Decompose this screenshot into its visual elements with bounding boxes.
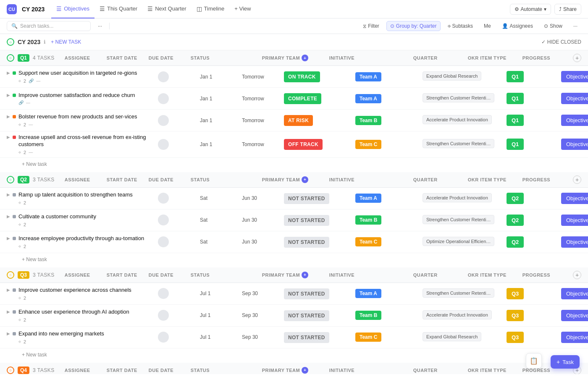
add-task-fab[interactable]: + Task bbox=[551, 355, 580, 369]
initiative-badge[interactable]: Accelerate Product Innovation bbox=[423, 310, 492, 319]
status-badge[interactable]: NOT STARTED bbox=[284, 332, 329, 343]
year-info-icon[interactable]: ℹ bbox=[44, 39, 46, 45]
more-icon[interactable]: — bbox=[26, 100, 30, 105]
status-badge[interactable]: NOT STARTED bbox=[284, 215, 329, 226]
automate-button[interactable]: ⚙ Automate ▾ bbox=[510, 4, 551, 15]
task-name[interactable]: Expand into new emerging markets bbox=[18, 330, 104, 338]
team-add-icon[interactable]: + bbox=[302, 367, 308, 374]
task-name[interactable]: Improve customer experience across chann… bbox=[18, 287, 131, 294]
share-button[interactable]: ⤴ Share bbox=[554, 4, 581, 15]
q2-toggle[interactable]: ○ bbox=[7, 176, 14, 183]
team-badge[interactable]: Team A bbox=[355, 94, 381, 103]
expand-icon[interactable]: ▶ bbox=[7, 135, 10, 139]
filter-button[interactable]: ⧖ Filter bbox=[359, 21, 383, 31]
tab-this-quarter[interactable]: ☰ This Quarter bbox=[94, 0, 142, 18]
team-badge[interactable]: Team C bbox=[355, 332, 381, 342]
q1-new-task-button[interactable]: + New task bbox=[22, 161, 581, 167]
clipboard-button[interactable]: 📋 bbox=[526, 353, 542, 369]
assignee-avatar[interactable] bbox=[158, 288, 169, 299]
team-add-icon[interactable]: + bbox=[302, 55, 308, 61]
link-icon[interactable]: 🔗 bbox=[29, 79, 34, 83]
initiative-badge[interactable]: Expand Global Research bbox=[423, 332, 481, 341]
hide-closed-button[interactable]: ✓ HIDE CLOSED bbox=[541, 39, 581, 45]
q1-toggle[interactable]: ○ bbox=[7, 54, 14, 62]
status-badge[interactable]: NOT STARTED bbox=[284, 193, 329, 204]
q3-toggle[interactable]: ○ bbox=[7, 271, 14, 279]
team-badge[interactable]: Team C bbox=[355, 237, 381, 246]
more-icon[interactable]: — bbox=[29, 150, 33, 154]
show-button[interactable]: ⊙ Show bbox=[540, 21, 566, 31]
task-name[interactable]: Ramp up talent acquisition to strengthen… bbox=[18, 191, 133, 199]
year-new-task-button[interactable]: + NEW TASK bbox=[51, 39, 81, 45]
tab-timeline[interactable]: ◫ Timeline bbox=[192, 0, 230, 18]
expand-icon[interactable]: ▶ bbox=[7, 192, 10, 197]
initiative-badge[interactable]: Expand Global Research bbox=[423, 71, 481, 81]
team-badge[interactable]: Team B bbox=[355, 116, 381, 125]
team-add-icon[interactable]: + bbox=[302, 176, 308, 183]
initiative-badge[interactable]: Strengthen Customer Retenti… bbox=[423, 215, 494, 224]
expand-icon[interactable]: ▶ bbox=[7, 309, 10, 314]
team-badge[interactable]: Team A bbox=[355, 289, 381, 298]
assignee-avatar[interactable] bbox=[158, 193, 169, 204]
link-icon[interactable]: 🔗 bbox=[18, 100, 24, 105]
expand-icon[interactable]: ▶ bbox=[7, 71, 10, 75]
search-box[interactable]: 🔍 Search tasks... bbox=[7, 21, 91, 31]
assignees-button[interactable]: 👤 Assignees bbox=[498, 21, 537, 31]
expand-icon[interactable]: ▶ bbox=[7, 331, 10, 336]
task-name[interactable]: Bolster revenue from new products and se… bbox=[18, 113, 137, 120]
team-badge[interactable]: Team B bbox=[355, 311, 381, 320]
team-badge[interactable]: Team A bbox=[355, 72, 381, 81]
tab-view[interactable]: + View bbox=[229, 0, 256, 18]
team-add-icon[interactable]: + bbox=[302, 272, 308, 278]
initiative-badge[interactable]: Accelerate Product Innovation bbox=[423, 193, 492, 202]
more-icon[interactable]: — bbox=[36, 79, 40, 83]
initiative-badge[interactable]: Optimize Operational Efficien… bbox=[423, 237, 494, 246]
q3-new-task-button[interactable]: + New task bbox=[22, 352, 581, 358]
task-name[interactable]: Support new user acquisition in targeted… bbox=[18, 70, 137, 77]
status-badge[interactable]: OFF TRACK bbox=[284, 139, 323, 150]
expand-icon[interactable]: ▶ bbox=[7, 93, 10, 97]
team-badge[interactable]: Team A bbox=[355, 194, 381, 203]
q2-add-button[interactable]: + bbox=[573, 175, 581, 184]
initiative-badge[interactable]: Strengthen Customer Retenti… bbox=[423, 288, 494, 298]
status-badge[interactable]: NOT STARTED bbox=[284, 310, 329, 321]
status-badge[interactable]: ON TRACK bbox=[284, 71, 320, 82]
year-toggle[interactable]: ○ bbox=[7, 38, 14, 46]
team-badge[interactable]: Team C bbox=[355, 140, 381, 149]
status-badge[interactable]: NOT STARTED bbox=[284, 288, 329, 299]
assignee-avatar[interactable] bbox=[158, 71, 169, 82]
expand-icon[interactable]: ▶ bbox=[7, 236, 10, 241]
q2-new-task-button[interactable]: + New task bbox=[22, 257, 581, 262]
assignee-avatar[interactable] bbox=[158, 115, 169, 126]
assignee-avatar[interactable] bbox=[158, 139, 169, 150]
initiative-badge[interactable]: Strengthen Customer Retenti… bbox=[423, 139, 494, 148]
expand-icon[interactable]: ▶ bbox=[7, 288, 10, 292]
q3-add-button[interactable]: + bbox=[573, 271, 581, 279]
assignee-avatar[interactable] bbox=[158, 215, 169, 225]
group-by-button[interactable]: ⊙ Group by: Quarter bbox=[386, 21, 441, 31]
toolbar-more-button[interactable]: ··· bbox=[570, 21, 581, 31]
tab-objectives[interactable]: ☰ Objectives bbox=[51, 0, 94, 18]
task-name[interactable]: Enhance user experience through AI adopt… bbox=[18, 309, 129, 316]
more-icon[interactable]: — bbox=[29, 122, 33, 127]
status-badge[interactable]: COMPLETE bbox=[284, 93, 321, 104]
assignee-avatar[interactable] bbox=[158, 310, 169, 321]
assignee-avatar[interactable] bbox=[158, 236, 169, 247]
task-name[interactable]: Cultivate a customer community bbox=[18, 213, 96, 220]
expand-icon[interactable]: ▶ bbox=[7, 214, 10, 219]
q1-add-button[interactable]: + bbox=[573, 54, 581, 62]
task-name[interactable]: Increase employee productivity through a… bbox=[18, 235, 144, 242]
assignee-avatar[interactable] bbox=[158, 93, 169, 104]
task-name[interactable]: Improve customer satisfaction and reduce… bbox=[18, 92, 135, 99]
tab-next-quarter[interactable]: ☰ Next Quarter bbox=[142, 0, 191, 18]
me-button[interactable]: Me bbox=[480, 21, 495, 31]
initiative-badge[interactable]: Strengthen Customer Retenti… bbox=[423, 93, 494, 102]
more-options-button[interactable]: ··· bbox=[94, 21, 106, 31]
q4-toggle[interactable]: ○ bbox=[7, 367, 14, 374]
subtasks-button[interactable]: ⎆ Subtasks bbox=[444, 21, 477, 31]
team-badge[interactable]: Team B bbox=[355, 215, 381, 225]
expand-icon[interactable]: ▶ bbox=[7, 114, 10, 119]
initiative-badge[interactable]: Accelerate Product Innovation bbox=[423, 115, 492, 124]
status-badge[interactable]: NOT STARTED bbox=[284, 237, 329, 248]
status-badge[interactable]: AT RISK bbox=[284, 115, 313, 126]
